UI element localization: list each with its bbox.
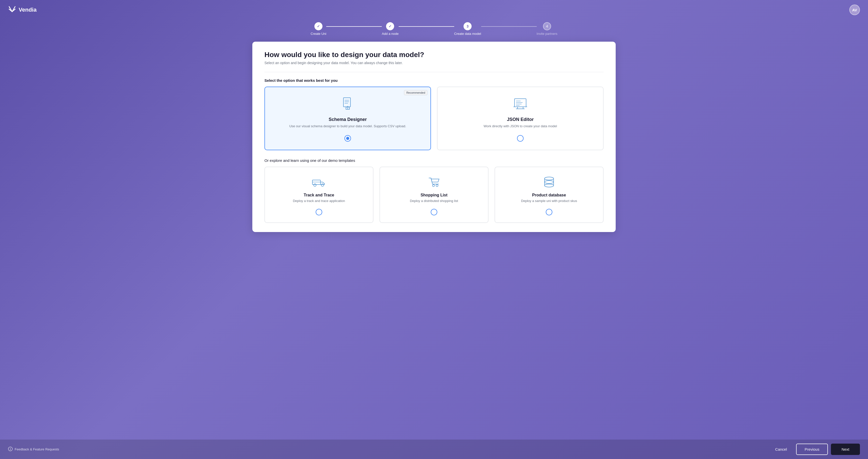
step-label-1: Create Uni: [311, 32, 326, 36]
track-and-trace-desc: Deploy a track and trace application: [293, 199, 345, 203]
step-label-3: Create data model: [454, 32, 481, 36]
svg-point-28: [10, 448, 10, 449]
schema-designer-radio[interactable]: [344, 135, 351, 142]
header: Vendia AV: [0, 0, 868, 20]
shopping-list-desc: Deploy a distributed shopping list: [410, 199, 458, 203]
footer: Feedback & Feature Requests Cancel Previ…: [0, 439, 868, 459]
step-line-1: [326, 26, 382, 27]
divider-1: [265, 72, 603, 72]
main-content: How would you like to design your data m…: [0, 42, 868, 439]
svg-point-22: [545, 180, 554, 183]
track-and-trace-title: Track and Trace: [304, 193, 334, 197]
demo-options: Track and Trace Deploy a track and trace…: [265, 167, 603, 223]
demo-shopping-list[interactable]: Shopping List Deploy a distributed shopp…: [379, 167, 489, 223]
avatar[interactable]: AV: [849, 4, 860, 15]
demo-section-label: Or explore and learn using one of our de…: [265, 158, 603, 163]
step-label-4: Invite partners: [537, 32, 557, 36]
step-3: 3 Create data model: [454, 22, 481, 36]
step-4: 4 Invite partners: [537, 22, 557, 36]
svg-point-19: [545, 177, 554, 180]
schema-designer-icon: [339, 95, 356, 113]
svg-point-18: [436, 184, 438, 187]
step-2: ✓ Add a node: [382, 22, 399, 36]
section-label-main: Select the option that works best for yo…: [265, 78, 603, 83]
json-editor-title: JSON Editor: [507, 117, 534, 122]
product-database-icon: [541, 174, 557, 189]
schema-designer-title: Schema Designer: [329, 117, 367, 122]
next-button[interactable]: Next: [831, 443, 860, 455]
step-circle-2: ✓: [386, 22, 394, 30]
schema-designer-desc: Use our visual schema designer to build …: [289, 124, 406, 128]
svg-point-17: [433, 184, 434, 187]
track-and-trace-icon: [311, 174, 327, 189]
product-database-title: Product database: [532, 193, 566, 197]
demo-track-and-trace[interactable]: Track and Trace Deploy a track and trace…: [265, 167, 373, 223]
option-schema-designer[interactable]: Recommended Schema Designer Use our visu: [265, 87, 431, 150]
main-options: Recommended Schema Designer Use our visu: [265, 87, 603, 150]
svg-point-14: [314, 184, 316, 186]
step-circle-1: ✓: [314, 22, 322, 30]
svg-point-15: [321, 184, 324, 186]
step-circle-4: 4: [543, 22, 551, 30]
shopping-list-icon: [427, 174, 441, 189]
page-title: How would you like to design your data m…: [265, 51, 603, 59]
product-database-desc: Deploy a sample uni with product skus: [521, 199, 577, 203]
feedback-link[interactable]: Feedback & Feature Requests: [8, 447, 59, 452]
step-1: ✓ Create Uni: [311, 22, 326, 36]
step-circle-3: 3: [464, 22, 472, 30]
cancel-button[interactable]: Cancel: [769, 444, 793, 455]
shopping-list-title: Shopping List: [421, 193, 447, 197]
demo-product-database[interactable]: Product database Deploy a sample uni wit…: [495, 167, 603, 223]
svg-rect-0: [343, 98, 350, 107]
logo: Vendia: [8, 5, 37, 15]
json-editor-radio[interactable]: [517, 135, 524, 142]
logo-icon: [8, 5, 16, 15]
page-subtitle: Select an option and begin designing you…: [265, 61, 603, 65]
logo-text: Vendia: [19, 6, 37, 13]
card: How would you like to design your data m…: [252, 42, 616, 232]
footer-actions: Cancel Previous Next: [769, 443, 860, 455]
step-label-2: Add a node: [382, 32, 399, 36]
shopping-list-radio[interactable]: [431, 209, 437, 216]
feedback-icon: [8, 447, 12, 452]
stepper: ✓ Create Uni ✓ Add a node 3 Create data …: [0, 20, 868, 42]
recommended-badge: Recommended: [404, 90, 428, 95]
option-json-editor[interactable]: JSON Editor Work directly with JSON to c…: [437, 87, 603, 150]
svg-rect-13: [312, 180, 320, 184]
feedback-label: Feedback & Feature Requests: [14, 448, 59, 451]
track-and-trace-radio[interactable]: [316, 209, 322, 216]
previous-button[interactable]: Previous: [796, 443, 828, 455]
step-line-2: [399, 26, 454, 27]
json-editor-desc: Work directly with JSON to create your d…: [484, 124, 557, 128]
product-database-radio[interactable]: [546, 209, 552, 216]
json-editor-icon: [512, 95, 529, 113]
step-line-3: [481, 26, 537, 27]
svg-point-25: [545, 184, 554, 187]
